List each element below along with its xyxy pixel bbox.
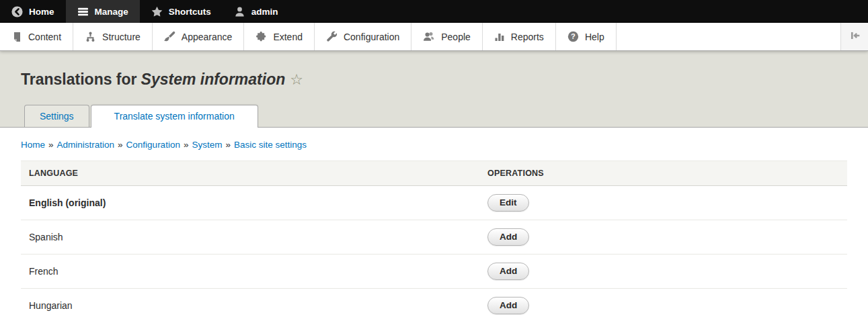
admin-bar-item-label: Manage <box>95 7 128 17</box>
admin-bar-item-label: Home <box>29 7 54 17</box>
language-cell: Spanish <box>21 220 479 255</box>
tray-item-label: Configuration <box>344 32 399 42</box>
add-button[interactable]: Add <box>487 297 529 314</box>
add-button[interactable]: Add <box>487 263 529 280</box>
tray-item-label: Content <box>28 32 61 42</box>
tab-label: Translate system information <box>114 111 235 122</box>
tray-item-label: Appearance <box>182 32 233 42</box>
toolbar-tray: Content Structure Appearance Extend Conf… <box>0 23 868 51</box>
hamburger-icon <box>77 6 89 17</box>
page-title-emphasis: System information <box>141 71 286 88</box>
structure-icon <box>85 31 96 42</box>
tray-item-people[interactable]: People <box>411 23 483 50</box>
reports-icon <box>494 32 505 42</box>
admin-bar-item-shortcuts[interactable]: Shortcuts <box>140 0 223 23</box>
content-icon <box>11 32 22 42</box>
page-header: Translations forSystem information☆ Sett… <box>0 51 868 128</box>
admin-bar-item-home[interactable]: Home <box>0 0 66 23</box>
edit-button[interactable]: Edit <box>487 194 529 212</box>
tabs: Settings Translate system information <box>0 105 868 128</box>
tray-item-extend[interactable]: Extend <box>244 23 315 50</box>
admin-bar: Home Manage Shortcuts admin <box>0 0 868 23</box>
extend-icon <box>255 31 267 42</box>
table-header-row: LANGUAGE OPERATIONS <box>21 161 847 186</box>
add-button[interactable]: Add <box>487 228 529 246</box>
column-header-operations: OPERATIONS <box>479 161 847 186</box>
shortcut-star-icon[interactable]: ☆ <box>290 71 303 88</box>
admin-bar-item-label: Shortcuts <box>169 7 211 17</box>
language-cell: English (original) <box>21 186 479 220</box>
collapse-left-icon <box>849 30 861 44</box>
user-icon <box>234 6 245 17</box>
svg-text:?: ? <box>571 32 576 40</box>
tray-item-label: Help <box>585 32 604 42</box>
admin-bar-item-manage[interactable]: Manage <box>66 0 140 23</box>
table-row: Hungarian Add <box>21 289 847 321</box>
tray-item-help[interactable]: ? Help <box>556 23 617 50</box>
tray-item-content[interactable]: Content <box>0 23 73 50</box>
language-cell: French <box>21 255 479 289</box>
tray-item-configuration[interactable]: Configuration <box>315 23 411 50</box>
table-row: English (original) Edit <box>21 186 847 220</box>
tab-translate-system-information[interactable]: Translate system information <box>91 105 258 128</box>
tray-item-structure[interactable]: Structure <box>73 23 153 50</box>
breadcrumb-separator: » <box>225 140 231 150</box>
tray-item-label: Reports <box>511 32 544 42</box>
language-table: LANGUAGE OPERATIONS English (original) E… <box>21 160 847 321</box>
breadcrumb-separator: » <box>48 140 54 150</box>
tray-item-label: Structure <box>102 32 141 42</box>
tab-label: Settings <box>40 111 74 122</box>
column-header-language: LANGUAGE <box>21 161 479 186</box>
breadcrumb-link-system[interactable]: System <box>192 140 222 150</box>
toolbar-orientation-toggle[interactable] <box>840 23 868 50</box>
tray-item-appearance[interactable]: Appearance <box>153 23 245 50</box>
people-icon <box>423 31 435 42</box>
breadcrumb-separator: » <box>184 140 189 150</box>
star-icon <box>151 6 163 17</box>
breadcrumb-link-home[interactable]: Home <box>21 140 45 150</box>
breadcrumb-separator: » <box>118 140 123 150</box>
page-title-prefix: Translations for <box>21 71 137 88</box>
appearance-icon <box>164 31 175 42</box>
tray-item-label: Extend <box>273 32 303 42</box>
breadcrumb: Home»Administration»Configuration»System… <box>0 128 868 157</box>
home-back-icon <box>11 6 23 17</box>
configuration-icon <box>326 31 338 42</box>
breadcrumb-link-basic-site-settings[interactable]: Basic site settings <box>234 140 307 150</box>
table-row: Spanish Add <box>21 220 847 255</box>
page-title: Translations forSystem information☆ <box>21 71 868 89</box>
tray-item-reports[interactable]: Reports <box>483 23 556 50</box>
breadcrumb-link-administration[interactable]: Administration <box>57 140 115 150</box>
admin-bar-item-admin[interactable]: admin <box>223 0 290 23</box>
tab-settings[interactable]: Settings <box>24 105 89 127</box>
breadcrumb-link-configuration[interactable]: Configuration <box>126 140 180 150</box>
tray-item-label: People <box>441 32 471 42</box>
help-icon: ? <box>567 31 579 42</box>
admin-bar-item-label: admin <box>251 7 278 17</box>
language-cell: Hungarian <box>21 289 479 321</box>
table-row: French Add <box>21 255 847 289</box>
